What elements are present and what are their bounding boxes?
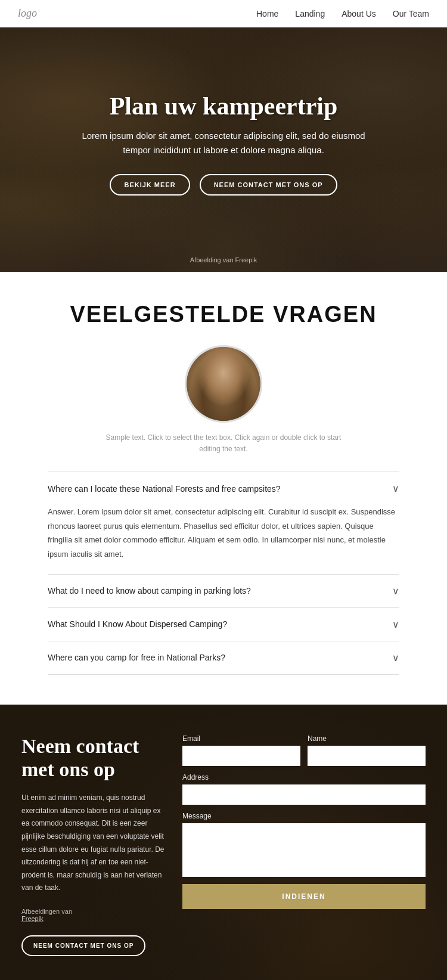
- faq-item-4: Where can you camp for free in National …: [48, 641, 399, 675]
- hero-title: Plan uw kampeertrip: [80, 92, 367, 120]
- contact-credit-link[interactable]: Freepik: [21, 915, 44, 922]
- faq-question-3[interactable]: What Should I Know About Dispersed Campi…: [48, 608, 399, 641]
- hero-bekijk-meer-button[interactable]: BEKIJK MEER: [110, 174, 190, 196]
- faq-chevron-1: ∨: [392, 483, 399, 494]
- message-label: Message: [182, 812, 426, 820]
- contact-form-panel: Email Name Address Message INDIENEN: [182, 734, 426, 956]
- nav-link-about[interactable]: About Us: [342, 9, 376, 18]
- email-label: Email: [182, 734, 300, 743]
- faq-question-text-4: Where can you camp for free in National …: [48, 653, 225, 662]
- hero-section: Plan uw kampeertrip Lorem ipsum dolor si…: [0, 27, 447, 272]
- faq-question-2[interactable]: What do I need to know about camping in …: [48, 575, 399, 607]
- faq-question-text-3: What Should I Know About Dispersed Campi…: [48, 619, 227, 629]
- contact-description: Ut enim ad minim veniam, quis nostrud ex…: [21, 792, 164, 895]
- hero-contact-button[interactable]: NEEM CONTACT MET ONS OP: [200, 174, 337, 196]
- navbar: logo Home Landing About Us Our Team: [0, 0, 447, 27]
- email-input[interactable]: [182, 746, 300, 766]
- faq-avatar-wrap: [48, 345, 399, 423]
- faq-avatar: [185, 345, 262, 423]
- faq-item-2: What do I need to know about camping in …: [48, 574, 399, 607]
- faq-question-1[interactable]: Where can I locate these National Forest…: [48, 472, 399, 505]
- contact-credit-label: Afbeeldingen van: [21, 908, 72, 915]
- faq-question-text-1: Where can I locate these National Forest…: [48, 484, 281, 494]
- faq-chevron-3: ∨: [392, 619, 399, 630]
- form-row-email-name: Email Name: [182, 734, 426, 766]
- address-input[interactable]: [182, 784, 426, 805]
- faq-answer-1: Answer. Lorem ipsum dolor sit amet, cons…: [48, 505, 399, 574]
- hero-credit: Afbeelding van Freepik: [0, 256, 447, 263]
- submit-button[interactable]: INDIENEN: [182, 884, 426, 909]
- name-input[interactable]: [308, 746, 426, 766]
- contact-bottom-button[interactable]: NEEM CONTACT MET ONS OP: [21, 935, 145, 956]
- address-label: Address: [182, 773, 426, 781]
- nav-link-home[interactable]: Home: [256, 9, 278, 18]
- logo: logo: [18, 7, 37, 20]
- contact-section: Neem contact met ons op Ut enim ad minim…: [0, 705, 447, 980]
- form-group-email: Email: [182, 734, 300, 766]
- contact-credit: Afbeeldingen van Freepik: [21, 908, 164, 922]
- faq-question-4[interactable]: Where can you camp for free in National …: [48, 641, 399, 674]
- form-group-message: Message: [182, 812, 426, 877]
- contact-content: Neem contact met ons op Ut enim ad minim…: [0, 705, 447, 980]
- faq-item-1: Where can I locate these National Forest…: [48, 472, 399, 574]
- form-group-address: Address: [182, 773, 426, 805]
- hero-content: Plan uw kampeertrip Lorem ipsum dolor si…: [57, 92, 390, 207]
- hero-buttons: BEKIJK MEER NEEM CONTACT MET ONS OP: [80, 174, 367, 196]
- contact-left-panel: Neem contact met ons op Ut enim ad minim…: [21, 734, 164, 956]
- faq-question-text-2: What do I need to know about camping in …: [48, 586, 251, 596]
- nav-link-landing[interactable]: Landing: [295, 9, 325, 18]
- form-group-name: Name: [308, 734, 426, 766]
- faq-avatar-image: [187, 347, 260, 421]
- contact-title: Neem contact met ons op: [21, 734, 164, 781]
- faq-item-3: What Should I Know About Dispersed Campi…: [48, 607, 399, 641]
- message-textarea[interactable]: [182, 823, 426, 877]
- hero-subtitle: Lorem ipsum dolor sit amet, consectetur …: [80, 129, 367, 157]
- faq-sample-text: Sample text. Click to select the text bo…: [104, 432, 343, 455]
- nav-link-team[interactable]: Our Team: [393, 9, 429, 18]
- faq-chevron-2: ∨: [392, 585, 399, 597]
- name-label: Name: [308, 734, 426, 743]
- faq-title: VEELGESTELDE VRAGEN: [48, 302, 399, 327]
- faq-chevron-4: ∨: [392, 652, 399, 663]
- nav-links: Home Landing About Us Our Team: [256, 9, 429, 18]
- faq-section: VEELGESTELDE VRAGEN Sample text. Click t…: [0, 272, 447, 705]
